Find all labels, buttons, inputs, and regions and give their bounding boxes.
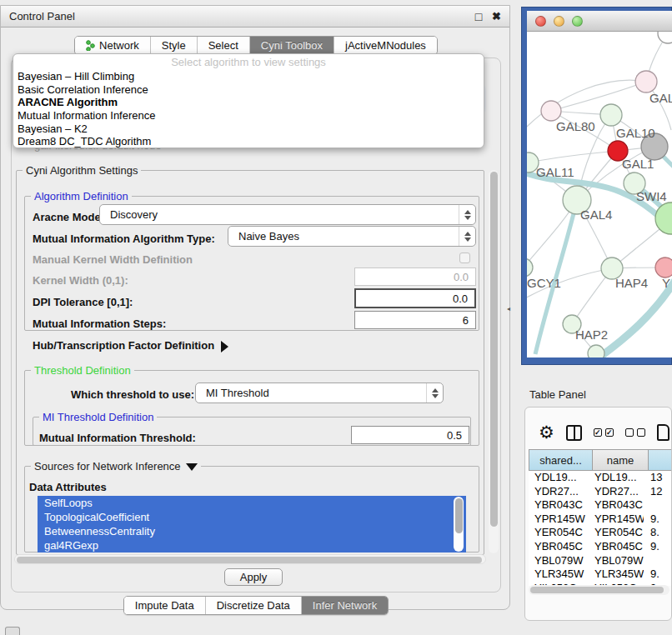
network-node[interactable]: [635, 71, 657, 92]
algorithm-option[interactable]: Bayesian – K2: [13, 122, 484, 136]
algorithm-dropdown-list: Select algorithm to view settings Bayesi…: [13, 53, 484, 148]
aracne-mode-value: Discovery: [110, 208, 158, 221]
network-node[interactable]: [527, 258, 533, 277]
column-header[interactable]: name: [593, 449, 649, 471]
mi-threshold-value: 0.5: [447, 429, 462, 442]
tab-impute-data[interactable]: Impute Data: [124, 597, 206, 614]
apply-button[interactable]: Apply: [224, 568, 283, 586]
table-row[interactable]: YDR27...YDR27...12: [529, 485, 672, 499]
table-cell: YBL079W: [529, 554, 589, 568]
table-row[interactable]: YBR045CYBR045C9.: [529, 540, 672, 554]
column-header[interactable]: shared...: [529, 449, 593, 471]
tab-infer-network[interactable]: Infer Network: [302, 597, 388, 614]
tab-label: Discretize Data: [217, 599, 290, 612]
settings-vertical-scrollbar[interactable]: [489, 170, 499, 553]
tab-jactivemnodules[interactable]: jActiveMNodules: [334, 37, 437, 54]
close-light-icon[interactable]: [535, 16, 546, 27]
network-node[interactable]: [600, 104, 622, 126]
tab-style[interactable]: Style: [151, 37, 198, 54]
minimize-light-icon[interactable]: [554, 16, 564, 27]
threshold-definition-title: Threshold Definition: [31, 364, 134, 377]
node-label: GAL4: [580, 208, 612, 222]
tab-cyni-toolbox[interactable]: Cyni Toolbox: [250, 37, 334, 54]
dpi-tolerance-field[interactable]: 0.0: [354, 288, 476, 308]
collapsed-panel-chip[interactable]: [5, 627, 20, 635]
kernel-width-value: 0.0: [454, 271, 469, 283]
panel-title: Control Panel: [9, 10, 465, 22]
which-threshold-value: MI Threshold: [206, 387, 269, 399]
page-icon[interactable]: [657, 424, 669, 441]
manual-kernel-checkbox[interactable]: [459, 252, 470, 263]
table-horizontal-scrollbar[interactable]: [529, 585, 669, 595]
network-canvas[interactable]: GALGAL80GAL10GAL11GAL1SWI4GAL4GCY1HAP4YH…: [527, 32, 672, 358]
table-row[interactable]: YBR043CYBR043C: [529, 498, 672, 512]
table-row[interactable]: YBL079WYBL079W: [529, 554, 672, 568]
table-cell: YBL079W: [589, 554, 644, 568]
network-edge[interactable]: [529, 151, 618, 162]
settings-horizontal-scrollbar[interactable]: [14, 554, 486, 564]
hub-definition-toggle[interactable]: Hub/Transcription Factor Definition: [33, 339, 228, 352]
dpi-tolerance-label: DPI Tolerance [0,1]:: [33, 296, 133, 308]
column-header[interactable]: [649, 449, 672, 471]
network-edge[interactable]: [600, 280, 672, 357]
table-cell: YER054C: [529, 526, 589, 540]
network-node[interactable]: [658, 32, 672, 43]
split-panel-icon[interactable]: [566, 425, 582, 441]
tab-label: Select: [208, 39, 238, 52]
attribute-item[interactable]: gal4RGexp: [38, 538, 466, 552]
table-cell: YLR345W: [529, 568, 589, 582]
algorithm-option[interactable]: Bayesian – Hill Climbing: [13, 70, 484, 83]
network-graph: GALGAL80GAL10GAL11GAL1SWI4GAL4GCY1HAP4YH…: [527, 32, 672, 358]
table-row[interactable]: YPR145WYPR145W9.: [529, 512, 672, 527]
table-cell: YDR27...: [529, 485, 589, 499]
kernel-width-field[interactable]: 0.0: [354, 268, 476, 286]
attribute-item[interactable]: BetweennessCentrality: [38, 524, 466, 538]
table-cell: YBR043C: [589, 498, 644, 512]
algorithm-option[interactable]: Dream8 DC_TDC Algorithm: [13, 135, 484, 148]
table-cell: YBR045C: [529, 540, 589, 554]
table-cell: 9.: [644, 512, 667, 527]
tab-select[interactable]: Select: [198, 37, 250, 54]
data-attributes-list[interactable]: SelfLoopsTopologicalCoefficientBetweenne…: [38, 496, 466, 552]
algorithm-option[interactable]: ARACNE Algorithm: [13, 96, 484, 109]
network-node[interactable]: [655, 202, 672, 234]
algorithm-option[interactable]: Mutual Information Inference: [13, 109, 484, 122]
collapsed-arrow-icon: [221, 341, 228, 352]
node-label: HAP4: [615, 276, 648, 290]
mi-threshold-field[interactable]: 0.5: [351, 426, 469, 444]
panel-divider-handle[interactable]: ◂: [507, 305, 510, 312]
network-node[interactable]: [655, 258, 672, 278]
tab-discretize-data[interactable]: Discretize Data: [206, 597, 302, 614]
sources-group-title[interactable]: Sources for Network Inference: [31, 460, 201, 472]
table-cell: YBR043C: [529, 498, 589, 512]
zoom-light-icon[interactable]: [572, 16, 583, 27]
table-cell: YLR345W: [589, 568, 644, 582]
unchecked-boxes-icon[interactable]: [625, 428, 645, 437]
table-row[interactable]: YDL19...YDL19...13: [529, 471, 672, 485]
tab-network[interactable]: Network: [75, 37, 151, 54]
node-label: GAL11: [536, 165, 574, 179]
attribute-item[interactable]: SelfLoops: [38, 496, 466, 510]
attribute-item[interactable]: TopologicalCoefficient: [38, 510, 466, 524]
mi-steps-field[interactable]: 6: [354, 311, 476, 329]
bottom-tab-bar: Impute DataDiscretize DataInfer Network: [1, 596, 511, 615]
aracne-mode-select[interactable]: Discovery: [99, 204, 476, 225]
table-row[interactable]: YER054CYER054C8.: [529, 526, 672, 540]
which-threshold-select[interactable]: MI Threshold: [195, 382, 444, 403]
combo-arrows-icon: [459, 227, 475, 246]
mi-type-select[interactable]: Naive Bayes: [228, 226, 476, 247]
float-window-icon[interactable]: □: [475, 10, 482, 23]
network-node[interactable]: [541, 101, 561, 121]
network-node[interactable]: [588, 345, 604, 358]
network-edge[interactable]: [551, 82, 646, 111]
mi-threshold-group-title: MI Threshold Definition: [39, 411, 157, 423]
network-view-window: GALGAL80GAL10GAL11GAL1SWI4GAL4GCY1HAP4YH…: [521, 7, 672, 365]
attributes-scrollbar[interactable]: [454, 497, 464, 552]
hub-definition-label: Hub/Transcription Factor Definition: [33, 339, 214, 352]
checked-boxes-icon[interactable]: ✓✓: [594, 428, 614, 437]
algorithm-option[interactable]: Basic Correlation Inference: [13, 83, 484, 97]
close-panel-icon[interactable]: ✖: [492, 10, 501, 22]
data-attributes-label: Data Attributes: [29, 481, 107, 493]
gear-icon[interactable]: ⚙: [539, 424, 554, 441]
table-row[interactable]: YLR345WYLR345W9.: [529, 568, 672, 582]
